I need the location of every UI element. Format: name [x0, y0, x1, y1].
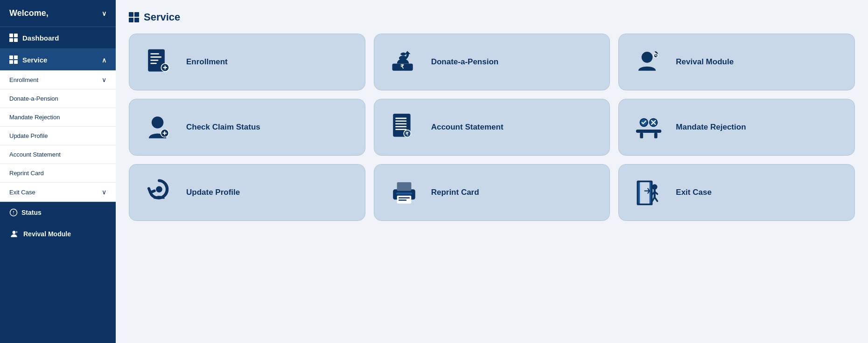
account-statement-label: Account Statement: [9, 151, 61, 158]
claim-card-label: Check Claim Status: [186, 123, 260, 132]
sidebar-item-revival[interactable]: Revival Module: [0, 223, 116, 245]
revival-card-icon: [632, 45, 665, 79]
svg-rect-6: [150, 56, 161, 58]
card-donate-a-pension[interactable]: ₹ Donate-a-Pension: [374, 34, 610, 90]
donate-card-icon: ₹: [387, 45, 421, 79]
mandate-label: Mandate Rejection: [9, 114, 60, 121]
svg-rect-44: [399, 197, 410, 199]
sidebar-subitem-reprint-card[interactable]: Reprint Card: [0, 164, 116, 183]
dashboard-icon: [9, 34, 18, 42]
statement-card-icon: ₹: [387, 110, 421, 144]
welcome-chevron-icon: [102, 8, 106, 18]
svg-rect-26: [395, 129, 406, 130]
card-check-claim-status[interactable]: Check Claim Status: [129, 99, 365, 156]
mandate-card-label: Mandate Rejection: [676, 123, 746, 132]
statement-card-label: Account Statement: [431, 123, 504, 132]
svg-point-3: [13, 231, 16, 234]
welcome-label: Welcome,: [9, 8, 49, 18]
enrollment-label: Enrollment: [9, 76, 38, 83]
sidebar-subitem-mandate[interactable]: Mandate Rejection: [0, 108, 116, 127]
claim-card-icon: [142, 110, 176, 144]
status-icon: [9, 208, 18, 217]
svg-rect-25: [395, 126, 406, 127]
svg-point-39: [156, 186, 162, 192]
svg-text:₹: ₹: [405, 131, 408, 137]
svg-rect-5: [150, 53, 159, 55]
service-grid: Enrollment ₹ Donate-a-Pension: [129, 34, 855, 221]
sidebar-subitem-account-statement[interactable]: Account Statement: [0, 145, 116, 164]
sidebar: Welcome, Dashboard Service Enrollment Do…: [0, 0, 116, 343]
donate-label: Donate-a-Pension: [9, 95, 58, 102]
svg-point-15: [642, 52, 653, 63]
main-content: Service Enrollment: [116, 0, 868, 343]
page-title-label: Service: [144, 11, 180, 23]
page-title-icon: [129, 12, 139, 22]
svg-rect-43: [397, 196, 411, 204]
sidebar-subitem-donate[interactable]: Donate-a-Pension: [0, 89, 116, 108]
reprint-card-icon: [387, 176, 421, 209]
exit-card-label: Exit Case: [676, 188, 712, 197]
svg-rect-8: [150, 63, 157, 64]
sidebar-subitem-enrollment[interactable]: Enrollment: [0, 70, 116, 89]
service-grid-icon: [9, 55, 18, 64]
svg-text:₹: ₹: [400, 63, 404, 70]
revival-icon: [9, 229, 19, 239]
svg-rect-46: [396, 192, 412, 194]
sidebar-item-status[interactable]: Status: [0, 202, 116, 223]
revival-label: Revival Module: [23, 230, 71, 238]
svg-rect-24: [395, 123, 406, 125]
svg-rect-37: [654, 133, 658, 138]
revival-card-label: Revival Module: [676, 57, 734, 67]
service-chevron-icon: [102, 56, 106, 64]
update-profile-label: Update Profile: [9, 132, 48, 139]
card-mandate-rejection[interactable]: Mandate Rejection: [618, 99, 855, 156]
card-reprint-card[interactable]: Reprint Card: [374, 164, 610, 221]
svg-rect-42: [397, 182, 411, 191]
svg-rect-36: [640, 133, 644, 138]
reprint-card-label: Reprint Card: [9, 170, 44, 177]
exit-case-label: Exit Case: [9, 189, 35, 196]
sidebar-subitem-update-profile[interactable]: Update Profile: [0, 127, 116, 145]
svg-line-55: [655, 197, 658, 201]
page-title: Service: [129, 11, 855, 23]
card-update-profile[interactable]: Update Profile: [129, 164, 365, 221]
svg-rect-45: [399, 199, 406, 201]
donate-card-label: Donate-a-Pension: [431, 57, 499, 67]
svg-rect-22: [395, 118, 406, 119]
card-exit-case[interactable]: Exit Case: [618, 164, 855, 221]
sidebar-item-service[interactable]: Service: [0, 49, 116, 70]
card-enrollment[interactable]: Enrollment: [129, 34, 365, 90]
enrollment-chevron-icon: [102, 76, 106, 83]
reprint-card-label: Reprint Card: [431, 188, 479, 197]
sidebar-item-dashboard[interactable]: Dashboard: [0, 27, 116, 49]
svg-point-16: [654, 54, 658, 58]
svg-rect-23: [395, 121, 406, 122]
sidebar-welcome[interactable]: Welcome,: [0, 0, 116, 27]
profile-card-icon: [142, 176, 176, 209]
card-account-statement[interactable]: ₹ Account Statement: [374, 99, 610, 156]
enrollment-card-icon: [142, 45, 176, 79]
sidebar-subitem-exit-case[interactable]: Exit Case: [0, 183, 116, 202]
svg-point-17: [152, 117, 164, 128]
profile-card-label: Update Profile: [186, 188, 240, 197]
enrollment-card-label: Enrollment: [186, 57, 228, 67]
exit-card-icon: [632, 176, 665, 209]
svg-rect-7: [150, 60, 158, 61]
dashboard-label: Dashboard: [22, 34, 59, 42]
mandate-card-icon: [632, 110, 665, 144]
svg-point-2: [13, 213, 14, 214]
status-label: Status: [21, 209, 42, 216]
exit-case-chevron-icon: [102, 188, 106, 196]
service-header-label: Service: [22, 56, 47, 64]
sidebar-subitems: Enrollment Donate-a-Pension Mandate Reje…: [0, 70, 116, 202]
card-revival-module[interactable]: Revival Module: [618, 34, 855, 90]
svg-rect-35: [636, 130, 661, 133]
